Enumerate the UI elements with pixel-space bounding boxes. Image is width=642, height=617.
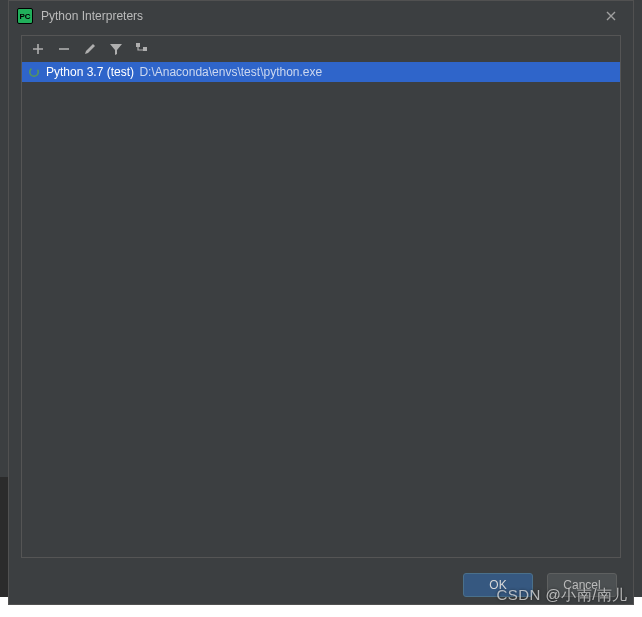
svg-rect-0: [136, 43, 140, 47]
interpreter-name: Python 3.7 (test): [46, 65, 134, 79]
svg-point-2: [30, 68, 38, 76]
svg-rect-1: [143, 47, 147, 51]
filter-icon: [109, 42, 123, 56]
minus-icon: [57, 42, 71, 56]
filter-button[interactable]: [108, 41, 124, 57]
close-icon: [606, 11, 616, 21]
loading-spinner-icon: [28, 66, 40, 78]
interpreter-path: D:\Anaconda\envs\test\python.exe: [139, 65, 322, 79]
edit-interpreter-button[interactable]: [82, 41, 98, 57]
show-paths-button[interactable]: [134, 41, 150, 57]
interpreter-label: Python 3.7 (test) D:\Anaconda\envs\test\…: [46, 65, 322, 79]
plus-icon: [31, 42, 45, 56]
interpreter-row[interactable]: Python 3.7 (test) D:\Anaconda\envs\test\…: [22, 62, 620, 82]
interpreter-list[interactable]: Python 3.7 (test) D:\Anaconda\envs\test\…: [22, 62, 620, 557]
cancel-button[interactable]: Cancel: [547, 573, 617, 597]
pencil-icon: [83, 42, 97, 56]
tree-icon: [135, 42, 149, 56]
python-interpreters-dialog: PC Python Interpreters: [8, 0, 634, 605]
pycharm-icon: PC: [17, 8, 33, 24]
toolbar: [22, 36, 620, 62]
dialog-title: Python Interpreters: [41, 9, 589, 23]
interpreter-panel: Python 3.7 (test) D:\Anaconda\envs\test\…: [21, 35, 621, 558]
ok-button[interactable]: OK: [463, 573, 533, 597]
remove-interpreter-button[interactable]: [56, 41, 72, 57]
dialog-footer: OK Cancel: [9, 566, 633, 604]
close-button[interactable]: [597, 2, 625, 30]
titlebar: PC Python Interpreters: [9, 1, 633, 31]
add-interpreter-button[interactable]: [30, 41, 46, 57]
